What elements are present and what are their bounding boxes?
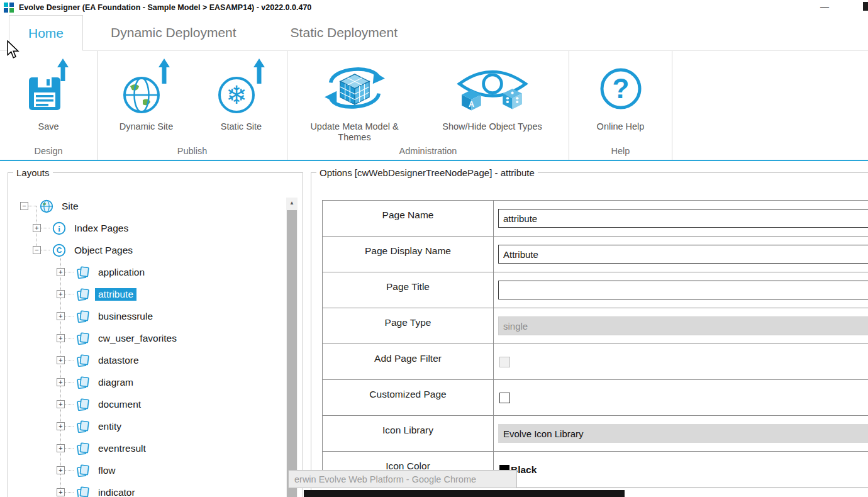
- tree-node-label[interactable]: businessrule: [95, 310, 156, 323]
- expand-icon[interactable]: +: [57, 356, 65, 364]
- tree-node-label[interactable]: entity: [95, 420, 125, 433]
- ribbon-group-design-label: Design: [0, 146, 97, 156]
- expand-icon[interactable]: +: [57, 400, 65, 408]
- snowflake-upload-icon: ❄: [215, 56, 268, 121]
- page-title-input[interactable]: [498, 281, 868, 299]
- tree-node-label[interactable]: document: [95, 398, 144, 411]
- expand-icon[interactable]: +: [57, 312, 65, 320]
- tree-connector: [41, 250, 50, 250]
- question-circle-icon: ?: [598, 56, 643, 121]
- tree-node-label[interactable]: cw_user_favorites: [95, 332, 180, 345]
- minimize-button[interactable]: —: [814, 0, 835, 14]
- tree-connector: [65, 492, 74, 493]
- options-panel-title: Options [cwWebDesignerTreeNodePage] - at…: [316, 167, 538, 178]
- tree-connector: [65, 360, 74, 360]
- tree-node-eventresult[interactable]: + eventresult: [20, 437, 283, 459]
- expand-icon[interactable]: +: [57, 378, 65, 386]
- expand-icon[interactable]: +: [57, 268, 65, 276]
- form-row-icon-library: Icon Library Evolve Icon Library: [323, 416, 868, 452]
- ribbon-group-publish: Dynamic Site ❄ Static Site Publish: [97, 51, 287, 160]
- tree-node-label[interactable]: eventresult: [95, 442, 149, 455]
- expand-icon[interactable]: +: [57, 290, 65, 298]
- tab-static-deployment[interactable]: Static Deployment: [279, 15, 409, 50]
- tree-node-attribute[interactable]: + attribute: [20, 283, 283, 305]
- app-logo-icon: [4, 3, 14, 13]
- icon-library-select[interactable]: Evolve Icon Library: [498, 424, 868, 443]
- title-bar: Evolve Designer (EA Foundation - Sample …: [0, 0, 868, 15]
- expand-icon[interactable]: +: [57, 422, 65, 430]
- tree-node-label[interactable]: Object Pages: [71, 244, 136, 257]
- tree-node-cw-user-favorites[interactable]: + cw_user_favorites: [20, 327, 283, 349]
- field-label: Add Page Filter: [323, 344, 494, 379]
- expand-icon[interactable]: +: [57, 466, 65, 474]
- static-site-button[interactable]: ❄ Static Site: [204, 56, 279, 160]
- ribbon-group-help: ? Online Help Help: [569, 51, 672, 160]
- expand-icon[interactable]: +: [57, 334, 65, 342]
- page-name-input[interactable]: [498, 209, 868, 228]
- tree-node-indicator[interactable]: + indicator: [20, 481, 283, 497]
- tree-connector: [65, 426, 74, 427]
- online-help-button[interactable]: ? Online Help: [580, 56, 662, 160]
- tree-node-label[interactable]: attribute: [95, 288, 136, 301]
- tree-node-label[interactable]: flow: [95, 464, 119, 477]
- tab-dynamic-deployment[interactable]: Dynamic Deployment: [99, 15, 248, 50]
- tree-node-document[interactable]: + document: [20, 393, 283, 415]
- expand-icon[interactable]: +: [57, 488, 65, 496]
- mouse-cursor: [6, 40, 20, 62]
- tree-connector: [65, 404, 74, 405]
- layouts-panel-title: Layouts: [13, 167, 53, 178]
- add-page-filter-checkbox: [499, 357, 510, 367]
- ribbon-group-help-label: Help: [569, 146, 672, 156]
- form-row-customized-page: Customized Page: [323, 380, 868, 416]
- field-label: Page Display Name: [323, 237, 494, 272]
- pages-icon: [75, 375, 91, 390]
- svg-text:❄: ❄: [226, 81, 247, 109]
- show-hide-object-types-button[interactable]: A Show/Hide Object Types: [433, 56, 552, 160]
- tree-node-entity[interactable]: + entity: [20, 415, 283, 437]
- save-icon: [28, 56, 69, 121]
- ribbon-group-publish-label: Publish: [97, 146, 287, 156]
- tree-connector: [65, 316, 74, 316]
- page-type-input: [498, 316, 868, 335]
- tree-node-application[interactable]: + application: [20, 261, 283, 283]
- collapse-icon[interactable]: −: [20, 202, 28, 210]
- tree-node-diagram[interactable]: + diagram: [20, 371, 283, 393]
- pages-icon: [75, 419, 91, 434]
- svg-text:A: A: [468, 100, 474, 109]
- tree-node-index-pages[interactable]: + Index Pages: [20, 217, 283, 239]
- pages-icon: [75, 287, 91, 302]
- ribbon-group-design: Save Design: [0, 51, 97, 160]
- scroll-up-icon[interactable]: ▲: [286, 198, 298, 209]
- pages-icon: [75, 397, 91, 412]
- layouts-tree: − Site + Index Pages − Object Pages + ap…: [20, 195, 283, 497]
- options-form: Page Name Page Display Name Page Title P…: [322, 200, 868, 488]
- online-help-button-label: Online Help: [597, 121, 645, 132]
- collapse-icon[interactable]: −: [33, 246, 41, 254]
- tree-node-label[interactable]: datastore: [95, 354, 142, 367]
- page-display-name-input[interactable]: [498, 245, 868, 264]
- save-button[interactable]: Save: [17, 56, 80, 160]
- tree-node-label[interactable]: diagram: [95, 376, 136, 389]
- tree-node-label[interactable]: Index Pages: [71, 222, 131, 235]
- expand-icon[interactable]: +: [33, 224, 41, 232]
- pages-icon: [75, 265, 91, 280]
- tree-connector: [65, 448, 74, 449]
- update-meta-model-button[interactable]: Update Meta Model & Themes: [304, 56, 405, 160]
- tree-node-label[interactable]: indicator: [95, 486, 138, 497]
- tree-node-label[interactable]: Site: [58, 200, 82, 213]
- chrome-window-edge[interactable]: [304, 490, 625, 497]
- tree-node-businessrule[interactable]: + businessrule: [20, 305, 283, 327]
- pages-icon: [75, 309, 91, 324]
- customized-page-checkbox[interactable]: [499, 393, 510, 403]
- tree-connector: [41, 228, 50, 228]
- tree-node-datastore[interactable]: + datastore: [20, 349, 283, 371]
- dynamic-site-button[interactable]: Dynamic Site: [106, 56, 187, 160]
- expand-icon[interactable]: +: [57, 444, 65, 452]
- tree-node-label[interactable]: application: [95, 266, 148, 279]
- tree-node-site[interactable]: − Site: [20, 195, 283, 217]
- tree-connector: [65, 470, 74, 471]
- tree-scrollbar[interactable]: ▲: [286, 198, 298, 497]
- tree-node-object-pages[interactable]: − Object Pages: [20, 239, 283, 261]
- tree-node-flow[interactable]: + flow: [20, 459, 283, 481]
- scrollbar-thumb[interactable]: [287, 210, 297, 497]
